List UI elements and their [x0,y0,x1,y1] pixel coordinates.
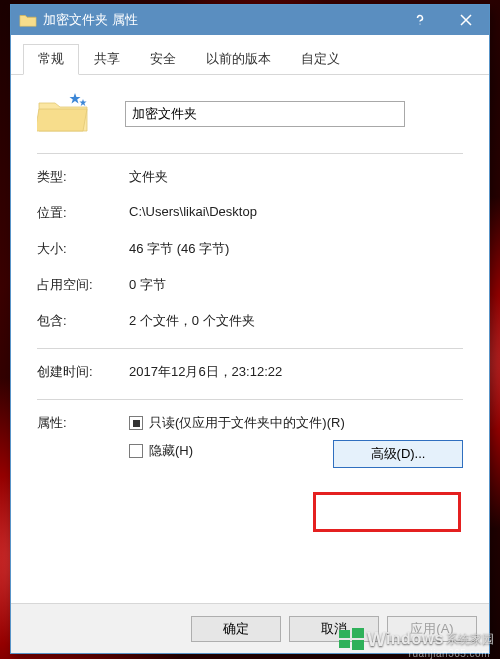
callout-highlight [313,492,461,532]
label-attributes: 属性: [37,414,129,432]
folder-name-input[interactable] [125,101,405,127]
label-location: 位置: [37,204,129,222]
tab-sharing[interactable]: 共享 [79,44,135,75]
label-type: 类型: [37,168,129,186]
tab-previous-versions[interactable]: 以前的版本 [191,44,286,75]
tab-customize[interactable]: 自定义 [286,44,355,75]
svg-point-0 [419,23,420,24]
label-hidden: 隐藏(H) [149,442,193,460]
tab-security[interactable]: 安全 [135,44,191,75]
svg-marker-2 [79,99,86,106]
ok-button[interactable]: 确定 [191,616,281,642]
advanced-button[interactable]: 高级(D)... [333,440,463,468]
label-contains: 包含: [37,312,129,330]
value-size: 46 字节 (46 字节) [129,240,463,258]
tab-content-general: 类型: 文件夹 位置: C:\Users\likai\Desktop 大小: 4… [11,75,489,603]
value-created: 2017年12月6日，23:12:22 [129,363,463,381]
value-contains: 2 个文件，0 个文件夹 [129,312,463,330]
svg-rect-3 [339,630,350,638]
label-created: 创建时间: [37,363,129,381]
svg-rect-5 [339,640,350,648]
folder-icon [19,11,37,29]
svg-rect-4 [352,628,364,638]
folder-icon-large [37,93,89,135]
svg-marker-1 [70,93,81,103]
divider [37,348,463,349]
value-type: 文件夹 [129,168,463,186]
label-size: 大小: [37,240,129,258]
windows-logo-icon [339,627,365,651]
checkbox-readonly[interactable] [129,416,143,430]
label-size-on-disk: 占用空间: [37,276,129,294]
properties-dialog: 加密文件夹 属性 常规 共享 安全 以前的版本 自定义 [10,4,490,654]
checkbox-hidden[interactable] [129,444,143,458]
watermark-suffix: 系统家园 [446,631,494,648]
value-location: C:\Users\likai\Desktop [129,204,463,222]
tabstrip: 常规 共享 安全 以前的版本 自定义 [11,35,489,75]
divider [37,153,463,154]
titlebar-title: 加密文件夹 属性 [43,11,397,29]
value-size-on-disk: 0 字节 [129,276,463,294]
divider [37,399,463,400]
tab-general[interactable]: 常规 [23,44,79,75]
help-button[interactable] [397,5,443,35]
watermark-brand: indows [386,630,444,648]
label-readonly: 只读(仅应用于文件夹中的文件)(R) [149,414,345,432]
watermark-site: ruanjian365.com [409,648,490,659]
titlebar: 加密文件夹 属性 [11,5,489,35]
close-button[interactable] [443,5,489,35]
svg-rect-6 [352,640,364,650]
